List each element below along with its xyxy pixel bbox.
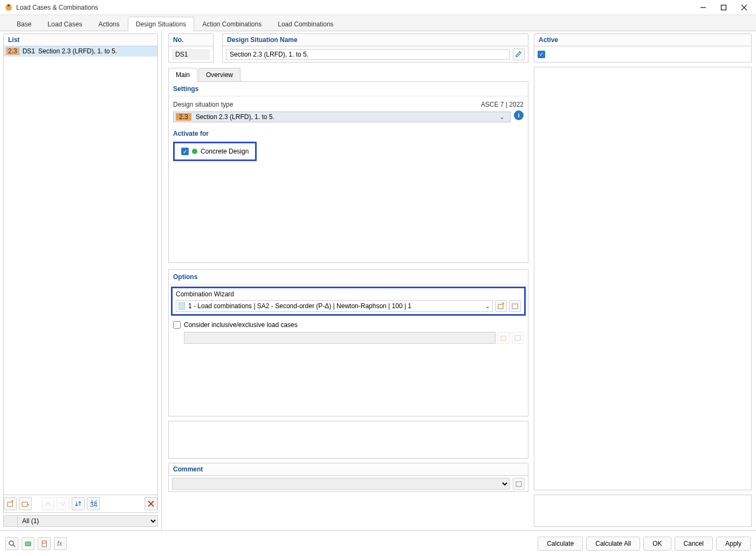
tab-design-situations[interactable]: Design Situations [128, 17, 194, 31]
wizard-new-button[interactable] [495, 300, 507, 312]
list-header: List [3, 33, 158, 46]
tab-actions[interactable]: Actions [90, 17, 127, 31]
ds-type-badge: 2.3 [176, 113, 191, 121]
wizard-edit-button[interactable] [509, 300, 521, 312]
svg-rect-20 [42, 541, 46, 547]
active-label: Active [534, 33, 752, 46]
svg-rect-7 [22, 502, 28, 506]
delete-button[interactable] [145, 497, 157, 510]
svg-rect-15 [515, 336, 520, 340]
list-body: 2.3 DS1 Section 2.3 (LRFD), 1. to 5. [3, 46, 158, 495]
app-icon [4, 3, 13, 12]
search-tool-button[interactable] [5, 537, 18, 550]
title-bar: Load Cases & Combinations [0, 0, 756, 15]
window-title: Load Cases & Combinations [16, 4, 698, 11]
activate-checkbox[interactable]: ✓ [181, 148, 189, 155]
edit-name-button[interactable] [513, 48, 525, 60]
list-toolbar: 1234 [3, 495, 158, 513]
subtab-main[interactable]: Main [168, 68, 197, 82]
preview-panel-upper [534, 67, 752, 490]
calculate-button[interactable]: Calculate [538, 537, 583, 551]
consider-checkbox[interactable] [173, 321, 181, 329]
wizard-value: 1 - Load combinations | SA2 - Second-ord… [188, 302, 485, 310]
info-icon[interactable]: i [514, 110, 524, 120]
sort-button[interactable] [72, 497, 85, 510]
svg-rect-13 [512, 304, 518, 309]
move-up-button [42, 497, 54, 510]
blank-panel [168, 421, 528, 458]
consider-select [184, 332, 496, 344]
svg-rect-3 [721, 5, 726, 10]
tab-base[interactable]: Base [9, 17, 39, 31]
activate-label: Concrete Design [201, 148, 249, 155]
chevron-down-icon: ⌄ [485, 302, 490, 310]
combination-wizard-box: Combination Wizard 1 - Load combinations… [171, 287, 526, 316]
list-row[interactable]: 2.3 DS1 Section 2.3 (LRFD), 1. to 5. [4, 46, 157, 57]
filter-select[interactable]: All (1) [17, 515, 158, 527]
subtab-overview[interactable]: Overview [198, 68, 240, 81]
ds-type-text: Section 2.3 (LRFD), 1. to 5. [196, 113, 496, 121]
settings-title: Settings [169, 82, 528, 96]
svg-rect-6 [8, 502, 12, 506]
new-folder-button[interactable] [19, 497, 32, 510]
list-panel: List 2.3 DS1 Section 2.3 (LRFD), 1. to 5… [0, 31, 162, 530]
no-label: No. [168, 33, 214, 46]
svg-rect-1 [8, 4, 10, 6]
consider-new-button [498, 332, 510, 344]
maximize-button[interactable] [718, 2, 729, 13]
move-down-button [57, 497, 70, 510]
apply-button[interactable]: Apply [716, 537, 751, 551]
comment-label: Comment [168, 463, 528, 476]
svg-text:34: 34 [90, 501, 97, 508]
wizard-swatch-icon [178, 302, 185, 310]
detail-subtabs: Main Overview [168, 68, 528, 82]
name-label: Design Situation Name [222, 33, 528, 46]
activate-title: Activate for [173, 130, 524, 137]
tab-action-combinations[interactable]: Action Combinations [194, 17, 270, 31]
svg-rect-14 [501, 336, 506, 340]
cancel-button[interactable]: Cancel [675, 537, 713, 551]
svg-point-17 [9, 541, 13, 545]
activate-concrete-design[interactable]: ✓ Concrete Design [173, 142, 257, 161]
new-item-button[interactable] [4, 497, 17, 510]
active-checkbox[interactable]: ✓ [538, 51, 545, 58]
minimize-button[interactable] [698, 2, 709, 13]
footer: fx Calculate Calculate All OK Cancel App… [0, 530, 756, 556]
list-filter: All (1) [3, 515, 158, 527]
consider-edit-button [512, 332, 524, 344]
comment-select[interactable] [172, 478, 510, 490]
no-field [172, 49, 210, 60]
ok-button[interactable]: OK [643, 537, 671, 551]
ds-type-select[interactable]: 2.3 Section 2.3 (LRFD), 1. to 5. ⌄ [173, 112, 511, 122]
filter-swatch [3, 515, 17, 527]
units-tool-button[interactable] [22, 537, 35, 550]
svg-rect-16 [516, 482, 521, 486]
status-dot-icon [192, 149, 197, 154]
name-field[interactable] [226, 49, 510, 60]
svg-rect-12 [498, 304, 503, 309]
standard-label: ASCE 7 | 2022 [481, 101, 524, 108]
fx-tool-button[interactable]: fx [54, 537, 67, 550]
wizard-label: Combination Wizard [176, 290, 521, 298]
list-badge: 2.3 [6, 47, 19, 55]
lc-tool-button[interactable] [38, 537, 51, 550]
chevron-down-icon: ⌄ [499, 113, 505, 121]
preview-panel-lower [534, 495, 752, 527]
tab-load-combinations[interactable]: Load Combinations [270, 17, 341, 31]
main-tabs: Base Load Cases Actions Design Situation… [0, 15, 756, 31]
list-ds: DS1 [23, 47, 35, 55]
ds-type-label: Design situation type [173, 101, 233, 108]
svg-text:fx: fx [57, 540, 63, 547]
close-button[interactable] [739, 2, 750, 13]
list-item-name: Section 2.3 (LRFD), 1. to 5. [38, 47, 117, 55]
options-title: Options [169, 270, 528, 284]
renumber-button[interactable]: 1234 [87, 497, 100, 510]
wizard-select[interactable]: 1 - Load combinations | SA2 - Second-ord… [176, 300, 493, 312]
calculate-all-button[interactable]: Calculate All [586, 537, 640, 551]
tab-load-cases[interactable]: Load Cases [39, 17, 90, 31]
svg-line-18 [13, 545, 15, 547]
svg-rect-19 [25, 542, 31, 546]
consider-label: Consider inclusive/exclusive load cases [184, 321, 298, 329]
comment-button[interactable] [513, 478, 525, 490]
